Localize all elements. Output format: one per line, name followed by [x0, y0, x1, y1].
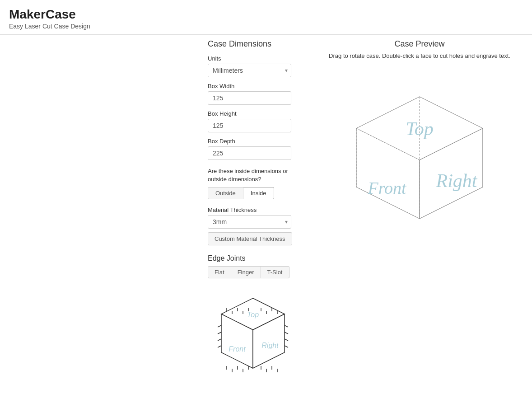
svg-line-18	[285, 339, 288, 341]
svg-text:Front: Front	[229, 345, 246, 353]
large-box-svg: Top Front Right	[334, 70, 505, 241]
svg-text:Front: Front	[367, 178, 407, 197]
box-height-label: Box Height	[208, 110, 298, 117]
box-height-input[interactable]	[208, 119, 291, 132]
units-select[interactable]: Millimeters Inches	[208, 64, 291, 77]
edge-joints-label: Edge Joints	[208, 254, 298, 263]
header: MakerCase Easy Laser Cut Case Design	[0, 0, 532, 35]
svg-line-15	[218, 346, 221, 347]
dimension-toggle-group: Outside Inside	[208, 187, 298, 199]
svg-line-16	[285, 325, 288, 327]
svg-line-19	[285, 346, 288, 347]
material-select[interactable]: 3mm 6mm 1/4 inch 1/8 inch	[208, 215, 291, 229]
outside-button[interactable]: Outside	[208, 187, 243, 199]
dimension-note: Are these inside dimensions or outside d…	[208, 167, 291, 183]
tslot-joint-button[interactable]: T-Slot	[261, 266, 289, 278]
svg-text:Top: Top	[247, 311, 259, 319]
svg-line-17	[285, 332, 288, 334]
box-width-input[interactable]	[208, 91, 291, 105]
svg-line-13	[218, 332, 221, 334]
inside-button[interactable]: Inside	[243, 187, 274, 199]
svg-line-14	[218, 339, 221, 341]
box-depth-label: Box Depth	[208, 138, 298, 145]
case-dimensions-title: Case Dimensions	[208, 39, 298, 49]
large-box-preview: Top Front Right	[334, 70, 505, 243]
units-select-wrapper[interactable]: Millimeters Inches	[208, 64, 291, 77]
flat-joint-button[interactable]: Flat	[208, 266, 231, 278]
app-title: MakerCase	[9, 7, 523, 22]
material-select-wrapper[interactable]: 3mm 6mm 1/4 inch 1/8 inch	[208, 215, 291, 229]
finger-joint-button[interactable]: Finger	[231, 266, 261, 278]
preview-title: Case Preview	[394, 39, 444, 49]
units-label: Units	[208, 55, 298, 62]
svg-text:Top: Top	[406, 118, 434, 139]
custom-material-button[interactable]: Custom Material Thickness	[208, 232, 292, 245]
box-width-label: Box Width	[208, 83, 298, 89]
preview-hint: Drag to rotate case. Double-click a face…	[329, 52, 510, 61]
svg-text:Right: Right	[261, 342, 279, 349]
small-box-preview: Top Front Right	[208, 289, 298, 385]
small-box-svg: Top Front Right	[208, 289, 298, 384]
box-depth-input[interactable]	[208, 146, 291, 160]
svg-line-12	[218, 325, 221, 327]
material-thickness-label: Material Thickness	[208, 206, 298, 213]
app-subtitle: Easy Laser Cut Case Design	[9, 23, 523, 30]
svg-text:Right: Right	[436, 170, 478, 191]
joint-type-group: Flat Finger T-Slot	[208, 266, 298, 278]
